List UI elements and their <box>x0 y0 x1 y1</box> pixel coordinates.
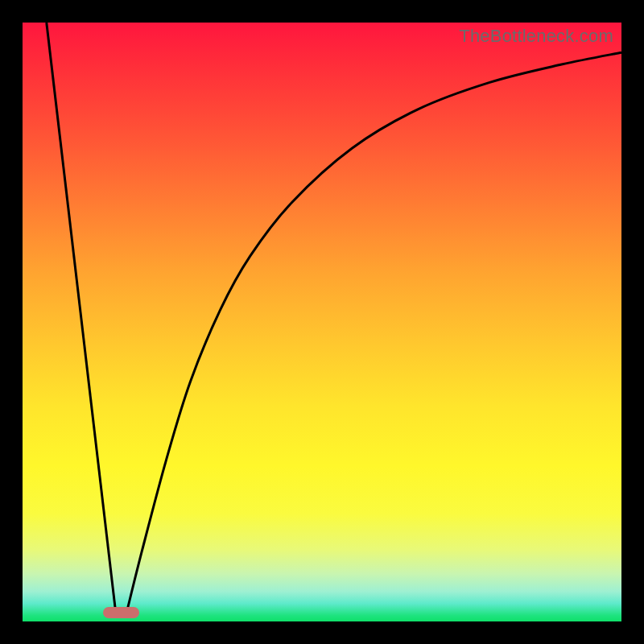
curve-layer <box>23 23 621 621</box>
chart-frame: TheBottleneck.com <box>0 0 644 644</box>
bottleneck-marker <box>103 607 139 618</box>
left-descent-path <box>47 23 116 609</box>
right-curve-path <box>127 52 621 609</box>
plot-area: TheBottleneck.com <box>23 23 621 621</box>
